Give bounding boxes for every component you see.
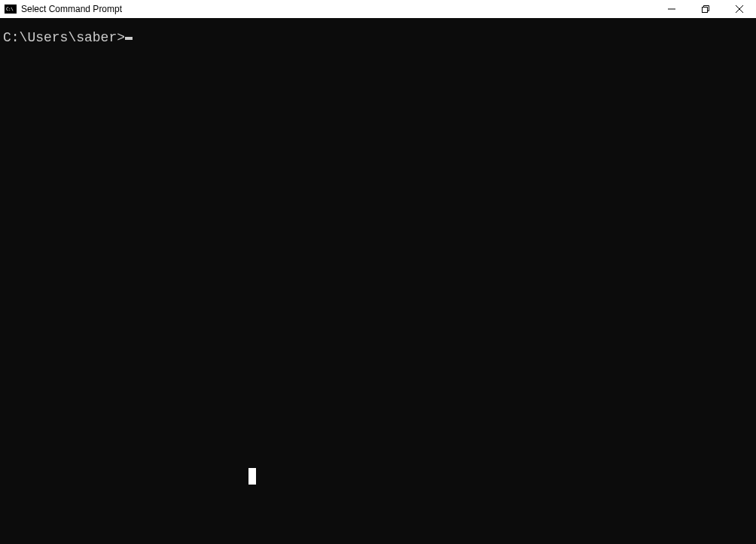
app-icon: C:\ (5, 5, 17, 14)
minimize-button[interactable] (654, 0, 688, 18)
window-title: Select Command Prompt (21, 4, 654, 14)
minimize-icon (668, 5, 675, 13)
app-icon-text: C:\ (6, 7, 13, 11)
maximize-button[interactable] (688, 0, 722, 18)
maximize-icon (702, 5, 709, 13)
window-controls (654, 0, 756, 18)
terminal-output[interactable]: C:\Users\saber> (0, 18, 756, 544)
titlebar[interactable]: C:\ Select Command Prompt (0, 0, 756, 18)
close-icon (736, 5, 743, 13)
text-cursor (125, 37, 133, 40)
prompt-line: C:\Users\saber> (3, 30, 753, 47)
selection-cursor (248, 468, 256, 485)
close-button[interactable] (722, 0, 756, 18)
svg-rect-1 (702, 8, 707, 13)
prompt-text: C:\Users\saber> (3, 30, 125, 47)
